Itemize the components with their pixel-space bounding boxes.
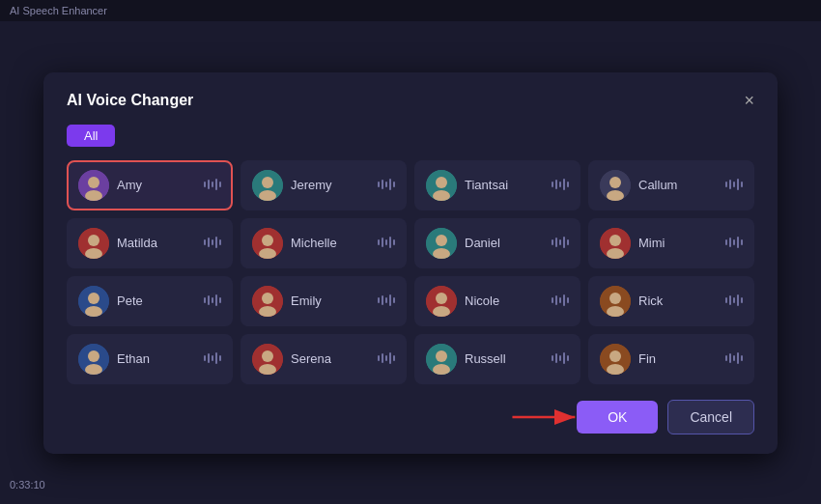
svg-point-105 — [262, 350, 273, 362]
voice-card-ethan[interactable]: Ethan — [67, 334, 233, 384]
cancel-button[interactable]: Cancel — [667, 400, 754, 434]
svg-rect-69 — [212, 297, 213, 303]
voice-card-tiantsai[interactable]: Tiantsai — [414, 160, 580, 210]
voice-card-mimi[interactable]: Mimi — [588, 218, 754, 268]
svg-rect-109 — [385, 355, 387, 361]
voice-card-callum[interactable]: Callum — [588, 160, 754, 210]
svg-rect-6 — [215, 179, 217, 190]
svg-rect-44 — [382, 238, 383, 247]
svg-rect-79 — [393, 297, 395, 303]
voice-card-emily[interactable]: Emily — [241, 276, 407, 326]
svg-rect-94 — [737, 294, 739, 306]
voice-card-matilda[interactable]: Matilda — [67, 218, 233, 268]
dialog-footer: OK Cancel — [67, 400, 754, 434]
wave-icon-ethan — [204, 352, 221, 366]
avatar-matilda — [78, 228, 109, 259]
svg-rect-31 — [741, 182, 743, 187]
svg-rect-13 — [385, 182, 387, 187]
voice-card-michelle[interactable]: Michelle — [241, 218, 407, 268]
voice-name-michelle: Michelle — [291, 236, 370, 250]
wave-icon-michelle — [378, 237, 395, 250]
voice-card-russell[interactable]: Russell — [414, 334, 580, 384]
svg-rect-71 — [219, 297, 221, 303]
svg-point-25 — [609, 177, 621, 188]
svg-rect-55 — [567, 239, 569, 245]
svg-rect-124 — [729, 353, 731, 363]
voice-card-nicole[interactable]: Nicole — [414, 276, 580, 326]
svg-rect-70 — [215, 294, 217, 306]
svg-rect-38 — [215, 237, 217, 248]
svg-rect-20 — [555, 180, 557, 189]
voice-name-callum: Callum — [638, 178, 718, 192]
close-button[interactable]: × — [744, 92, 754, 109]
voice-card-serena[interactable]: Serena — [241, 334, 407, 384]
voice-name-matilda: Matilda — [117, 236, 196, 250]
voice-card-amy[interactable]: Amy — [67, 160, 233, 210]
ok-button[interactable]: OK — [577, 401, 658, 434]
svg-rect-23 — [567, 182, 569, 187]
top-bar: AI Speech Enhancer — [0, 0, 821, 21]
voice-name-serena: Serena — [291, 351, 370, 366]
svg-rect-11 — [378, 182, 380, 187]
svg-rect-76 — [382, 295, 383, 305]
voice-name-tiantsai: Tiantsai — [465, 178, 544, 192]
voice-card-rick[interactable]: Rick — [588, 276, 754, 326]
svg-rect-14 — [389, 179, 391, 190]
wave-icon-mimi — [725, 237, 743, 250]
avatar-tiantsai — [426, 170, 457, 201]
svg-rect-67 — [204, 297, 206, 303]
wave-icon-callum — [725, 179, 743, 192]
top-bar-label: AI Speech Enhancer — [10, 5, 107, 16]
ok-arrow-icon — [508, 404, 585, 431]
svg-rect-86 — [563, 294, 565, 306]
voice-card-daniel[interactable]: Daniel — [414, 218, 580, 268]
svg-point-73 — [262, 293, 273, 304]
wave-icon-amy — [204, 179, 221, 192]
svg-rect-78 — [389, 294, 391, 306]
svg-rect-111 — [393, 355, 395, 361]
svg-rect-5 — [212, 182, 213, 187]
svg-rect-107 — [378, 355, 380, 361]
voice-card-jeremy[interactable]: Jeremy — [241, 160, 407, 210]
svg-rect-101 — [212, 355, 213, 361]
svg-rect-29 — [733, 182, 735, 187]
svg-rect-21 — [559, 182, 561, 187]
wave-icon-jeremy — [378, 179, 395, 192]
wave-icon-pete — [204, 294, 221, 308]
voice-name-pete: Pete — [117, 294, 196, 308]
avatar-jeremy — [252, 170, 283, 201]
svg-rect-119 — [567, 355, 569, 361]
voice-card-fin[interactable]: Fin — [588, 334, 754, 384]
avatar-ethan — [78, 344, 109, 375]
svg-rect-99 — [204, 355, 206, 361]
svg-point-41 — [262, 235, 273, 246]
svg-rect-108 — [382, 353, 383, 363]
svg-rect-4 — [208, 180, 210, 189]
svg-rect-45 — [385, 239, 387, 245]
svg-point-121 — [609, 350, 621, 362]
voice-name-daniel: Daniel — [465, 236, 544, 250]
voice-card-pete[interactable]: Pete — [67, 276, 233, 326]
avatar-russell — [426, 344, 457, 375]
svg-point-89 — [609, 293, 621, 304]
avatar-daniel — [426, 228, 457, 259]
svg-rect-62 — [737, 237, 739, 248]
svg-point-113 — [436, 350, 447, 362]
svg-rect-54 — [563, 237, 565, 248]
wave-icon-tiantsai — [552, 179, 569, 192]
filter-all-button[interactable]: All — [67, 125, 115, 147]
avatar-nicole — [426, 286, 457, 317]
avatar-serena — [252, 344, 283, 375]
svg-point-49 — [436, 235, 447, 246]
svg-rect-85 — [559, 297, 561, 303]
svg-rect-19 — [552, 182, 553, 187]
voice-grid: Amy Jeremy Tiantsai — [67, 160, 754, 384]
svg-rect-118 — [563, 352, 565, 364]
wave-icon-emily — [378, 294, 395, 308]
svg-rect-30 — [737, 179, 739, 190]
avatar-emily — [252, 286, 283, 317]
svg-rect-84 — [555, 295, 557, 305]
svg-rect-51 — [552, 239, 553, 245]
svg-rect-100 — [208, 353, 210, 363]
ai-voice-changer-dialog: AI Voice Changer × All Amy Jeremy — [43, 72, 778, 454]
